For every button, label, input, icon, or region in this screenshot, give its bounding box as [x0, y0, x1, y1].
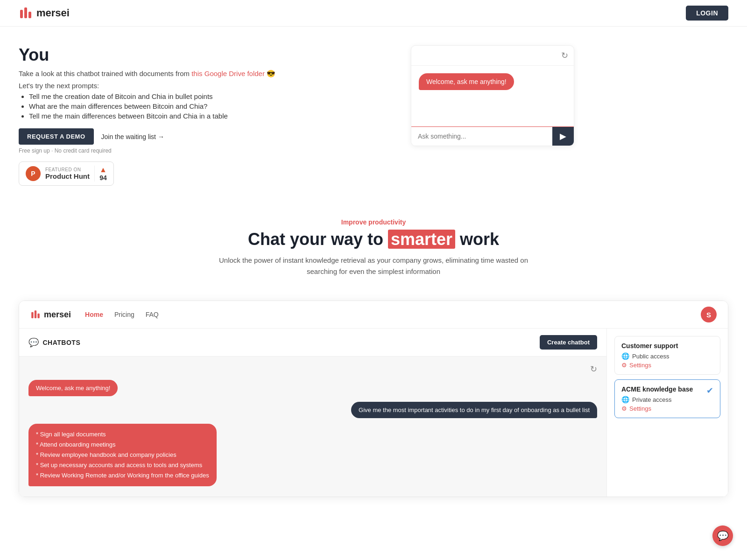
- nav-link-pricing[interactable]: Pricing: [114, 311, 134, 318]
- app-nav: mersei Home Pricing FAQ S: [19, 301, 728, 329]
- product-hunt-score: ▲ 94: [94, 166, 107, 182]
- create-chatbot-button[interactable]: Create chatbot: [540, 335, 597, 350]
- chat-send-button[interactable]: ▶: [552, 127, 574, 146]
- chat-top-bar: ↻: [411, 46, 574, 66]
- welcome-bubble: Welcome, ask me anything!: [419, 73, 514, 90]
- logo: mersei: [19, 6, 70, 20]
- card-access: 🌐 Public access: [621, 352, 713, 360]
- chatbot-area: 💬 CHATBOTS Create chatbot ↻ Welcome, ask…: [19, 329, 606, 497]
- product-hunt-text: FEATURED ON Product Hunt: [45, 167, 90, 180]
- hero-subtitle: Take a look at this chatbot trained with…: [19, 70, 392, 78]
- chat-refresh-row: ↻: [28, 364, 597, 374]
- svg-rect-0: [20, 10, 23, 18]
- access-label: Public access: [632, 353, 669, 360]
- chat-widget: ↻ Welcome, ask me anything! ▶: [411, 45, 574, 146]
- public-access-icon: 🌐: [621, 352, 629, 360]
- upvote-count: 94: [99, 174, 107, 182]
- list-item: What are the main differences between Bi…: [29, 102, 392, 110]
- svg-rect-2: [28, 12, 31, 18]
- chat-input-row: ▶: [411, 126, 574, 146]
- app-preview: mersei Home Pricing FAQ S 💬 CHATBOTS Cre…: [19, 301, 728, 497]
- card-title: ACME knowledge base: [621, 385, 693, 393]
- app-avatar[interactable]: S: [701, 307, 717, 322]
- user-message: Give me the most important activities to…: [351, 402, 597, 418]
- headline-highlight: smarter: [388, 230, 455, 249]
- svg-rect-1: [24, 7, 27, 18]
- sidebar-chatbot-list: Customer support 🌐 Public access ⚙ Setti…: [606, 329, 728, 497]
- card-access: 🌐 Private access: [621, 396, 713, 403]
- list-item: Tell me the creation date of Bitcoin and…: [29, 92, 392, 100]
- free-signup-text: Free sign up · No credit card required: [19, 147, 392, 154]
- bot-welcome-bubble: Welcome, ask me anything!: [28, 380, 118, 396]
- hero-section: You Take a look at this chatbot trained …: [0, 27, 593, 195]
- prompts-list: Tell me the creation date of Bitcoin and…: [19, 92, 392, 120]
- refresh-icon[interactable]: ↻: [561, 50, 568, 61]
- chatbot-card-customer-support[interactable]: Customer support 🌐 Public access ⚙ Setti…: [614, 336, 720, 375]
- waiting-list-link[interactable]: Join the waiting list →: [101, 133, 164, 140]
- featured-label: FEATURED ON: [45, 167, 90, 172]
- app-logo-icon: [30, 309, 41, 320]
- bot-response: * Sign all legal documents * Attend onbo…: [28, 424, 217, 486]
- chat-body: Welcome, ask me anything!: [411, 66, 574, 126]
- card-settings-link[interactable]: ⚙ Settings: [621, 362, 713, 369]
- chatbot-card-acme[interactable]: ACME knowledge base ✔ 🌐 Private access ⚙…: [614, 379, 720, 418]
- check-icon: ✔: [706, 385, 713, 396]
- app-nav-links: Home Pricing FAQ: [85, 311, 701, 318]
- headline-post: work: [455, 230, 499, 249]
- svg-rect-3: [31, 312, 33, 318]
- app-logo-text: mersei: [44, 310, 71, 320]
- nav-link-faq[interactable]: FAQ: [146, 311, 159, 318]
- hero-title: You: [19, 45, 392, 65]
- chat-input[interactable]: [411, 127, 552, 146]
- gear-icon: ⚙: [621, 362, 627, 369]
- hero-left: You Take a look at this chatbot trained …: [19, 45, 392, 186]
- upvote-arrow: ▲: [99, 166, 107, 174]
- private-access-icon: 🌐: [621, 396, 629, 403]
- hero-actions: REQUEST A DEMO Join the waiting list →: [19, 128, 392, 145]
- prompts-intro: Let's try the next prompts:: [19, 82, 392, 90]
- chatbot-chat: ↻ Welcome, ask me anything! Give me the …: [19, 357, 606, 497]
- logo-text: mersei: [36, 7, 70, 19]
- card-settings-link[interactable]: ⚙ Settings: [621, 405, 713, 412]
- svg-rect-4: [35, 310, 36, 318]
- card-title: Customer support: [621, 342, 713, 350]
- access-label: Private access: [632, 396, 672, 403]
- chatbots-title: 💬 CHATBOTS: [28, 337, 80, 348]
- google-drive-link[interactable]: this Google Drive folder 😎: [191, 70, 275, 77]
- app-content: 💬 CHATBOTS Create chatbot ↻ Welcome, ask…: [19, 329, 728, 497]
- list-item: Tell me the main differences between Bit…: [29, 112, 392, 120]
- chatbot-icon: 💬: [28, 337, 39, 348]
- main-headline: Chat your way to smarter work: [19, 230, 728, 249]
- header: mersei LOGIN: [0, 0, 747, 27]
- nav-link-home[interactable]: Home: [85, 311, 103, 318]
- product-hunt-logo: P: [26, 166, 41, 181]
- svg-rect-5: [37, 314, 39, 318]
- chat-refresh-icon[interactable]: ↻: [590, 364, 597, 374]
- headline-pre: Chat your way to: [248, 230, 388, 249]
- improve-label: Improve productivity: [19, 218, 728, 226]
- hero-chat-widget: ↻ Welcome, ask me anything! ▶: [411, 45, 574, 186]
- main-subtext: Unlock the power of instant knowledge re…: [210, 255, 537, 277]
- mersei-logo-icon: [19, 6, 33, 20]
- middle-section: Improve productivity Chat your way to sm…: [0, 195, 747, 291]
- request-demo-button[interactable]: REQUEST A DEMO: [19, 128, 94, 145]
- login-button[interactable]: LOGIN: [686, 6, 728, 21]
- chatbots-header: 💬 CHATBOTS Create chatbot: [19, 329, 606, 357]
- gear-icon: ⚙: [621, 405, 627, 412]
- product-hunt-name: Product Hunt: [45, 172, 90, 180]
- app-logo: mersei: [30, 309, 71, 320]
- product-hunt-badge[interactable]: P FEATURED ON Product Hunt ▲ 94: [19, 161, 114, 186]
